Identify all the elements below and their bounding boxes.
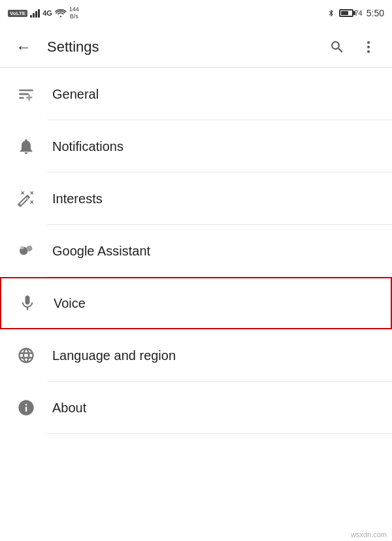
time-display: 5:50: [367, 8, 384, 18]
notifications-label: Notifications: [52, 139, 123, 154]
bluetooth-icon: [327, 7, 335, 19]
page-title: Settings: [47, 39, 314, 56]
general-icon: [16, 84, 37, 105]
more-options-button[interactable]: [355, 34, 382, 60]
search-icon: [329, 39, 345, 55]
google-assistant-icon: [16, 240, 37, 261]
status-left: VoLTE 4G 144B/s: [8, 6, 79, 20]
svg-point-1: [27, 246, 33, 252]
back-button[interactable]: ←: [10, 34, 37, 60]
settings-item-language-region[interactable]: Language and region: [0, 329, 392, 382]
battery-container: 74: [339, 9, 363, 17]
app-bar-actions: [324, 34, 382, 60]
volte-badge: VoLTE: [8, 10, 27, 17]
settings-item-notifications[interactable]: Notifications: [0, 120, 392, 172]
language-icon: [16, 345, 37, 366]
settings-list: General Notifications Interests Google A…: [0, 68, 392, 434]
back-arrow-icon: ←: [16, 39, 31, 55]
status-right: 74 5:50: [327, 7, 385, 19]
wifi-icon: [55, 8, 67, 18]
more-icon: [367, 41, 370, 53]
search-button[interactable]: [324, 34, 350, 60]
notifications-icon: [16, 136, 37, 157]
svg-point-2: [20, 246, 24, 250]
settings-item-interests[interactable]: Interests: [0, 172, 392, 225]
settings-item-general[interactable]: General: [0, 68, 392, 120]
settings-item-about[interactable]: About: [0, 382, 392, 434]
battery-percent: 74: [355, 9, 363, 17]
signal-bars: [30, 8, 40, 18]
settings-item-voice[interactable]: Voice: [0, 277, 392, 329]
app-bar: ← Settings: [0, 26, 392, 68]
status-bar: VoLTE 4G 144B/s 74 5:50: [0, 0, 392, 26]
interests-label: Interests: [52, 191, 103, 206]
about-label: About: [52, 401, 86, 416]
interests-icon: [16, 188, 37, 209]
about-icon: [16, 397, 37, 418]
watermark: wsxdn.com: [351, 531, 387, 538]
battery-fill: [341, 11, 349, 15]
battery-icon: [339, 9, 353, 17]
settings-item-google-assistant[interactable]: Google Assistant: [0, 225, 392, 277]
general-label: General: [52, 87, 99, 102]
google-assistant-label: Google Assistant: [52, 244, 150, 259]
voice-label: Voice: [54, 296, 86, 311]
speed-text: 144B/s: [69, 6, 79, 20]
signal-4g: 4G: [42, 9, 52, 17]
language-region-label: Language and region: [52, 348, 176, 363]
voice-icon: [17, 293, 38, 314]
